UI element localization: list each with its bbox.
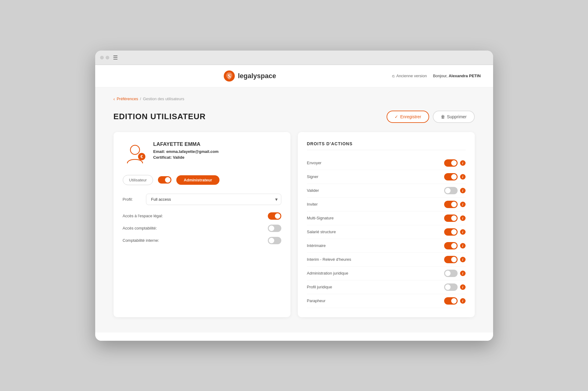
breadcrumb-arrow: ‹ [114, 97, 115, 101]
droit-toggle-4[interactable] [444, 214, 458, 222]
droits-title: DROITS D'ACTIONS [307, 141, 466, 150]
droit-info-icon-4[interactable]: i [460, 215, 466, 221]
breadcrumb-separator: / [140, 97, 141, 101]
droits-card: DROITS D'ACTIONS EnvoyeriSigneriValideri… [298, 132, 475, 317]
droit-controls: i [444, 256, 466, 263]
droit-toggle-9[interactable] [444, 283, 458, 291]
droit-label: Valider [307, 188, 319, 193]
compta-interne-label: Comptabilité interne: [123, 238, 159, 243]
droit-row: Signeri [307, 170, 466, 184]
page-title: EDITION UTILISATEUR [114, 112, 206, 121]
enregistrer-button[interactable]: ✓ Enregistrer [387, 111, 429, 123]
droit-toggle-2[interactable] [444, 187, 458, 194]
breadcrumb: ‹ Préférences / Gestion des utilisateurs [114, 97, 475, 101]
svg-point-2 [130, 145, 140, 154]
user-certificat: Certificat: Valide [153, 155, 281, 160]
droit-controls: i [444, 297, 466, 305]
droit-toggle-0[interactable] [444, 159, 458, 167]
breadcrumb-current: Gestion des utilisateurs [143, 97, 184, 101]
acces-legal-row: Accès à l'espace légal: [123, 212, 281, 220]
droit-info-icon-1[interactable]: i [460, 174, 466, 180]
droit-label: Intérimaire [307, 243, 326, 248]
page-header: EDITION UTILISATEUR ✓ Enregistrer 🗑 Supp… [114, 111, 475, 123]
droit-info-icon-6[interactable]: i [460, 243, 466, 249]
browser-chrome: ☰ [95, 51, 493, 65]
profil-select[interactable]: Full access [146, 194, 281, 205]
user-email: Email: emma.lafayette@gmail.com [153, 149, 281, 154]
droit-controls: i [444, 159, 466, 167]
droit-row: Profil juridiquei [307, 280, 466, 294]
droit-toggle-10[interactable] [444, 297, 458, 305]
acces-legal-toggle[interactable] [268, 212, 281, 220]
droit-toggle-3[interactable] [444, 201, 458, 208]
droit-row: Intérimairei [307, 239, 466, 253]
droit-label: Administration juridique [307, 271, 348, 275]
droit-label: Parapheur [307, 298, 326, 303]
droit-controls: i [444, 270, 466, 277]
two-columns: € LAFAYETTE EMMA Email: emma.lafayette@g… [114, 132, 475, 317]
user-avatar: € [123, 141, 147, 166]
droit-label: Envoyer [307, 161, 322, 165]
role-selector: Utilisateur Administrateur [123, 175, 281, 185]
svg-text:€: € [140, 154, 143, 159]
droit-info-icon-0[interactable]: i [460, 160, 466, 166]
droit-controls: i [444, 228, 466, 236]
administrateur-button[interactable]: Administrateur [176, 175, 219, 185]
droit-info-icon-10[interactable]: i [460, 298, 466, 304]
trash-icon: 🗑 [441, 114, 445, 119]
droit-info-icon-3[interactable]: i [460, 202, 466, 207]
acces-legal-label: Accès à l'espace légal: [123, 214, 163, 218]
droit-label: Signer [307, 174, 319, 179]
app-content: S legalyspace ⎋ Ancienne version Bonjour… [95, 65, 493, 341]
utilisateur-button[interactable]: Utilisateur [123, 175, 153, 185]
ancienne-version-link[interactable]: ⎋ Ancienne version [392, 74, 427, 78]
droit-toggle-8[interactable] [444, 270, 458, 277]
droit-label: Inviter [307, 202, 318, 207]
droit-toggle-5[interactable] [444, 228, 458, 236]
user-info: LAFAYETTE EMMA Email: emma.lafayette@gma… [153, 141, 281, 161]
check-icon: ✓ [395, 114, 398, 119]
browser-dots [100, 56, 109, 59]
droit-info-icon-2[interactable]: i [460, 188, 466, 193]
bonjour-text: Bonjour, Alexandra PETIN [433, 74, 481, 78]
acces-compta-toggle[interactable] [268, 225, 281, 232]
droit-toggle-6[interactable] [444, 242, 458, 249]
supprimer-button[interactable]: 🗑 Supprimer [433, 111, 475, 123]
dot-2 [106, 56, 109, 59]
droit-row: Envoyeri [307, 156, 466, 170]
role-toggle[interactable] [158, 176, 171, 184]
user-name: LAFAYETTE EMMA [153, 141, 281, 147]
app-header: S legalyspace ⎋ Ancienne version Bonjour… [95, 65, 493, 87]
droits-list: EnvoyeriSigneriValideriInviteriMulti-Sig… [307, 156, 466, 308]
droit-label: Multi-Signature [307, 216, 334, 220]
droit-row: Valideri [307, 184, 466, 198]
main-content: ‹ Préférences / Gestion des utilisateurs… [95, 87, 493, 332]
droit-info-icon-9[interactable]: i [460, 284, 466, 290]
hamburger-icon[interactable]: ☰ [113, 54, 118, 61]
breadcrumb-preferences-link[interactable]: Préférences [117, 97, 138, 101]
droit-controls: i [444, 201, 466, 208]
user-profile: € LAFAYETTE EMMA Email: emma.lafayette@g… [123, 141, 281, 166]
droit-controls: i [444, 214, 466, 222]
acces-compta-row: Accès comptabilité: [123, 225, 281, 232]
acces-compta-label: Accès comptabilité: [123, 226, 157, 230]
profil-select-wrapper: Full access ▾ [146, 194, 281, 205]
droit-info-icon-5[interactable]: i [460, 229, 466, 235]
droit-toggle-1[interactable] [444, 173, 458, 180]
droit-row: Inviteri [307, 198, 466, 211]
browser-frame: ☰ S legalyspace ⎋ Ancienne version [95, 51, 493, 341]
droit-label: Salarié structure [307, 230, 336, 234]
compta-interne-row: Comptabilité interne: [123, 237, 281, 244]
avatar-svg: € [123, 141, 147, 166]
droit-row: Parapheuri [307, 294, 466, 308]
droit-row: Interim - Relevé d'heuresi [307, 253, 466, 267]
logo-icon: S [223, 70, 235, 82]
droit-controls: i [444, 283, 466, 291]
droit-label: Profil juridique [307, 285, 332, 289]
droit-info-icon-8[interactable]: i [460, 271, 466, 276]
logo-text: legalyspace [238, 72, 276, 80]
droit-controls: i [444, 173, 466, 180]
compta-interne-toggle[interactable] [268, 237, 281, 244]
droit-toggle-7[interactable] [444, 256, 458, 263]
droit-info-icon-7[interactable]: i [460, 257, 466, 262]
